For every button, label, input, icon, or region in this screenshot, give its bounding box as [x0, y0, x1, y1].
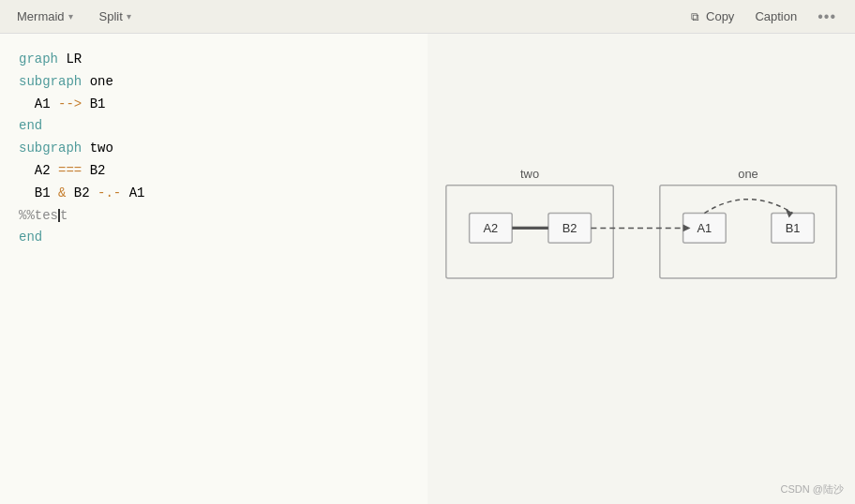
keyword-end-1: end: [19, 118, 42, 133]
keyword-end-2: end: [19, 230, 42, 245]
code-text: B1: [19, 185, 58, 200]
code-line-8-cursor: %%test: [19, 205, 409, 228]
copy-button[interactable]: ⧉ Copy: [683, 6, 742, 27]
code-text: B1: [90, 96, 106, 111]
code-line-5: subgraph two: [19, 138, 409, 160]
copy-label: Copy: [706, 9, 734, 23]
toolbar: Mermaid ▾ Split ▾ ⧉ Copy Caption •••: [0, 0, 855, 34]
code-editor[interactable]: graph LR subgraph one A1 --> B1 end subg…: [0, 34, 428, 504]
split-chevron-icon: ▾: [127, 11, 131, 22]
more-icon: •••: [818, 8, 836, 24]
keyword-graph: graph: [19, 52, 58, 67]
split-dropdown[interactable]: Split ▾: [94, 6, 137, 27]
node-a1-label: A1: [698, 221, 712, 235]
operator-arrow: -->: [58, 96, 82, 111]
node-a2-label: A2: [484, 221, 499, 235]
code-line-2: subgraph one: [19, 71, 409, 94]
comment-text: %%tes: [19, 208, 58, 223]
code-line-6: A2 === B2: [19, 160, 409, 183]
code-line-7: B1 & B2 -.- A1: [19, 183, 409, 205]
code-text: B2: [90, 163, 106, 178]
operator-dotted: -.-: [98, 185, 121, 200]
operator-amp: &: [58, 185, 66, 200]
comment-text-after: t: [60, 208, 68, 223]
code-text: LR: [66, 52, 82, 67]
mermaid-dropdown[interactable]: Mermaid ▾: [11, 6, 79, 27]
more-options-button[interactable]: •••: [810, 5, 844, 29]
code-line-1: graph LR: [19, 49, 409, 71]
code-text: two: [90, 141, 113, 156]
watermark: CSDN @陆沙: [781, 482, 844, 497]
node-b1-label: B1: [786, 221, 801, 235]
caption-button[interactable]: Caption: [747, 6, 804, 27]
toolbar-right: ⧉ Copy Caption •••: [683, 5, 844, 29]
code-line-3: A1 --> B1: [19, 94, 409, 116]
subgraph-one-label: one: [738, 167, 758, 181]
code-text: A2: [19, 163, 58, 178]
code-text: A1: [19, 96, 58, 111]
mermaid-chevron-icon: ▾: [68, 11, 73, 22]
caption-label: Caption: [755, 9, 797, 23]
edge-a1-b1-arc: [704, 200, 792, 214]
copy-icon: ⧉: [691, 10, 699, 23]
code-line-9: end: [19, 227, 409, 249]
keyword-subgraph-two: subgraph: [19, 141, 82, 156]
code-text: one: [90, 74, 113, 89]
code-line-4: end: [19, 115, 409, 138]
diagram-area: two one A2 B2 A1 B1 B1 (dashed curved ar…: [428, 34, 855, 504]
subgraph-two-label: two: [520, 167, 539, 181]
keyword-subgraph-one: subgraph: [19, 74, 82, 89]
toolbar-left: Mermaid ▾ Split ▾: [11, 6, 137, 27]
node-b2-label: B2: [562, 221, 578, 235]
code-text: B2: [74, 185, 98, 200]
split-label: Split: [99, 9, 123, 23]
code-text: A1: [129, 185, 145, 200]
mermaid-diagram: two one A2 B2 A1 B1 B1 (dashed curved ar…: [428, 128, 855, 409]
operator-thick: ===: [58, 163, 82, 178]
mermaid-label: Mermaid: [17, 9, 65, 23]
